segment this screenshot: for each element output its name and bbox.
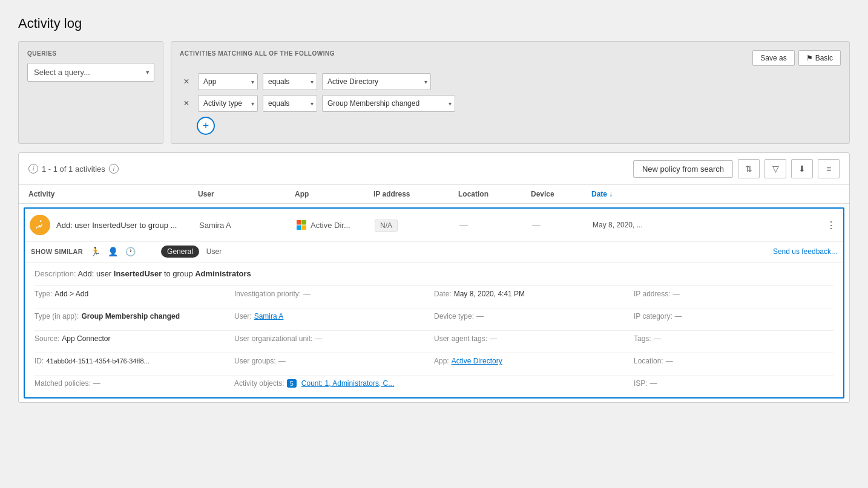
detail-matched-policies: Matched policies: — <box>35 375 234 391</box>
detail-device-type: Device type: — <box>434 308 634 324</box>
ip-badge: N/A <box>375 220 398 232</box>
col-ip: IP address <box>373 190 458 198</box>
save-as-button[interactable]: Save as <box>752 50 794 66</box>
detail-source: Source: App Connector <box>35 330 234 346</box>
detail-type: Type: Add > Add <box>35 285 234 302</box>
sort-button[interactable]: ⇅ <box>738 159 760 178</box>
detail-description: Description: Add: user InsertedUser to g… <box>35 269 833 278</box>
app-cell: Active Dir... <box>296 220 375 230</box>
location-cell: — <box>459 220 532 230</box>
remove-filter-1-button[interactable]: × <box>180 75 193 88</box>
table-header: Activity User App IP address Location De… <box>19 185 849 204</box>
activity-icon <box>30 215 50 235</box>
basic-button[interactable]: ⚑ Basic <box>798 50 841 66</box>
app-name: Active Dir... <box>311 221 350 230</box>
detail-grid: Type: Add > Add Investigation priority: … <box>35 285 833 391</box>
filter-field-1-select[interactable]: App Activity type <box>198 73 258 90</box>
filter-icon: ▽ <box>772 164 779 174</box>
menu-button[interactable]: ≡ <box>818 159 840 178</box>
col-device: Device <box>531 190 591 198</box>
show-similar-label: SHOW SIMILAR <box>31 248 83 255</box>
activity-objects-badge: 5 <box>287 379 297 388</box>
detail-type-inapp: Type (in app): Group Membership changed <box>35 308 234 324</box>
col-location: Location <box>458 190 531 198</box>
similar-clock-icon[interactable]: 🕐 <box>125 247 136 256</box>
detail-id: ID: 41abb0d4-1511-4354-b476-34ff8... <box>35 353 234 369</box>
detail-location: Location: — <box>634 353 833 369</box>
detail-tags: Tags: — <box>634 330 833 346</box>
device-cell: — <box>532 220 593 230</box>
remove-filter-2-button[interactable]: × <box>180 97 193 110</box>
filter-field-2-wrap: Activity type App ▾ <box>198 95 258 112</box>
queries-select-wrapper: Select a query... ▾ <box>27 63 154 82</box>
info-icon: i <box>28 164 38 174</box>
tag-user: User <box>206 247 222 256</box>
activities-panel-label: ACTIVITIES MATCHING ALL OF THE FOLLOWING <box>180 50 335 57</box>
filter-operator-1-select[interactable]: equals not equals <box>263 73 317 90</box>
filter-value-1-wrap: Active Directory ▾ <box>322 73 431 90</box>
col-user: User <box>198 190 295 198</box>
detail-user: User: Samira A <box>234 308 434 324</box>
filter-operator-2-select[interactable]: equals not equals <box>263 95 317 112</box>
new-policy-button[interactable]: New policy from search <box>633 160 733 178</box>
user-cell: Samira A <box>199 221 296 230</box>
detail-activity-objects: Activity objects: 5 Count: 1, Administra… <box>234 375 434 391</box>
filter-value-2-select[interactable]: Group Membership changed <box>322 95 455 112</box>
basic-icon: ⚑ <box>806 54 813 62</box>
sort-icon: ⇅ <box>745 164 752 174</box>
activities-panel-header: ACTIVITIES MATCHING ALL OF THE FOLLOWING… <box>180 50 841 66</box>
detail-org-unit: User organizational unit: — <box>234 330 434 346</box>
detail-ip-address: IP address: — <box>634 285 833 302</box>
show-similar-bar: SHOW SIMILAR 🏃 👤 🕐 General User Send us … <box>25 241 843 262</box>
svg-rect-1 <box>302 220 307 225</box>
filter-value-1-select[interactable]: Active Directory <box>322 73 431 90</box>
detail-user-groups: User groups: — <box>234 353 434 369</box>
download-button[interactable]: ⬇ <box>791 159 813 178</box>
description-label: Description: <box>35 269 78 278</box>
detail-section: Description: Add: user InsertedUser to g… <box>25 262 843 397</box>
menu-icon: ≡ <box>826 164 831 174</box>
table-row[interactable]: Add: user InsertedUser to group ... Sami… <box>24 207 844 399</box>
windows-icon <box>296 220 307 230</box>
tag-general: General <box>161 246 199 258</box>
add-filter-button[interactable]: + <box>197 117 215 135</box>
activities-panel: ACTIVITIES MATCHING ALL OF THE FOLLOWING… <box>171 41 850 144</box>
info-icon-2: i <box>109 164 119 174</box>
filter-field-2-select[interactable]: Activity type App <box>198 95 258 112</box>
page-title: Activity log <box>18 16 850 31</box>
detail-app: App: Active Directory <box>434 353 634 369</box>
queries-panel: QUERIES Select a query... ▾ <box>18 41 163 144</box>
detail-isp: ISP: — <box>634 375 833 391</box>
row-more-options-button[interactable]: ⋮ <box>824 220 838 231</box>
results-toolbar: i 1 - 1 of 1 activities i New policy fro… <box>19 153 849 185</box>
send-feedback-link[interactable]: Send us feedback... <box>773 247 837 256</box>
activity-cell: Add: user InsertedUser to group ... <box>30 215 199 235</box>
filter-button[interactable]: ▽ <box>764 159 786 178</box>
detail-empty <box>434 375 634 391</box>
detail-agent-tags: User agent tags: — <box>434 330 634 346</box>
results-panel: i 1 - 1 of 1 activities i New policy fro… <box>18 152 850 403</box>
detail-investigation: Investigation priority: — <box>234 285 434 302</box>
filter-value-2-wrap: Group Membership changed ▾ <box>322 95 455 112</box>
filter-field-1-wrap: App Activity type ▾ <box>198 73 258 90</box>
detail-date: Date: May 8, 2020, 4:41 PM <box>434 285 634 302</box>
results-count: i 1 - 1 of 1 activities i <box>28 164 119 174</box>
filter-operator-1-wrap: equals not equals ▾ <box>263 73 317 90</box>
header-buttons: Save as ⚑ Basic <box>752 50 841 66</box>
toolbar-actions: New policy from search ⇅ ▽ ⬇ ≡ <box>633 159 840 178</box>
ip-cell: N/A <box>375 221 459 230</box>
svg-rect-3 <box>302 226 307 230</box>
svg-rect-0 <box>297 220 301 225</box>
detail-ip-category: IP category: — <box>634 308 833 324</box>
col-activity: Activity <box>28 190 198 198</box>
queries-panel-label: QUERIES <box>27 50 154 57</box>
svg-rect-2 <box>297 226 301 230</box>
queries-select[interactable]: Select a query... <box>27 63 154 82</box>
col-date[interactable]: Date ↓ <box>591 190 840 198</box>
filter-operator-2-wrap: equals not equals ▾ <box>263 95 317 112</box>
similar-activity-icon[interactable]: 🏃 <box>90 247 100 256</box>
sort-down-icon: ↓ <box>609 190 613 198</box>
filter-row-1: × App Activity type ▾ equals not equals … <box>180 73 841 90</box>
similar-user-icon[interactable]: 👤 <box>108 247 118 256</box>
activity-name: Add: user InsertedUser to group ... <box>56 221 177 230</box>
